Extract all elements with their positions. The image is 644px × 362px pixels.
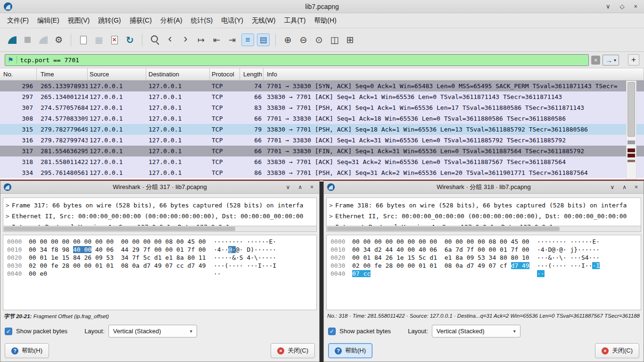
packet-row-316[interactable]: 316279.782799743127.0.0.1127.0.0.1TCP667… — [0, 135, 644, 146]
minimize-icon[interactable]: ∨ — [286, 184, 290, 190]
packet-row-308[interactable]: 308274.577083309127.0.0.1127.0.0.1TCP667… — [0, 113, 644, 124]
packet-detail-tree[interactable]: >Frame 317: 66 bytes on wire (528 bits),… — [3, 197, 317, 226]
close-button[interactable]: × 关闭(C) — [271, 343, 315, 358]
column-header-proto[interactable]: Protocol — [210, 68, 240, 80]
minimize-icon[interactable]: ∨ — [610, 184, 614, 190]
hex-dump[interactable]: 000000 00 00 00 00 00 00 00 00 00 00 00 … — [326, 235, 641, 310]
close-button[interactable]: × 关闭(C) — [595, 343, 639, 358]
maximize-icon[interactable]: ∧ — [622, 184, 627, 190]
packet-row-318[interactable]: 318281.558011422127.0.0.1127.0.0.1TCP663… — [0, 156, 644, 167]
vertical-scrollbar[interactable] — [626, 81, 636, 181]
menu-跳转(G)[interactable]: 跳转(G) — [94, 14, 125, 27]
expander-icon[interactable]: > — [3, 202, 12, 209]
menu-无线(W)[interactable]: 无线(W) — [248, 14, 280, 27]
hex-line[interactable]: 003002 00 fe 28 00 00 01 01 08 0a d7 49 … — [7, 262, 313, 270]
menu-捕获(C)[interactable]: 捕获(C) — [125, 14, 156, 27]
hex-line[interactable]: 004007 cc·· — [330, 270, 637, 278]
titlebar[interactable]: lib7.pcapng ∨ ◇ × — [0, 0, 644, 13]
apply-filter-button[interactable]: → ▾ — [603, 55, 619, 66]
reload-file-icon[interactable]: ↻ — [124, 33, 136, 46]
start-capture-icon[interactable] — [6, 33, 18, 46]
maximize-icon[interactable]: ∧ — [298, 184, 302, 190]
hex-dump[interactable]: 000000 00 00 00 00 00 00 00 00 00 00 00 … — [3, 235, 317, 310]
packet-row-317[interactable]: 317281.554636295127.0.0.1127.0.0.1TCP667… — [0, 146, 644, 156]
hex-line[interactable]: 000000 00 00 00 00 00 00 00 00 00 00 00 … — [330, 238, 637, 246]
add-filter-button[interactable]: + — [628, 54, 639, 66]
scrollbar-thumb[interactable] — [627, 82, 635, 137]
capture-options-icon[interactable]: ⚙ — [52, 33, 65, 46]
zoom-reset-icon[interactable]: ⊙ — [313, 33, 325, 46]
expander-icon[interactable]: > — [327, 202, 335, 209]
zoom-in-icon[interactable]: ⊕ — [281, 33, 294, 46]
tree-item[interactable]: >Frame 317: 66 bytes on wire (528 bits),… — [3, 200, 316, 211]
menu-编辑(E)[interactable]: 编辑(E) — [33, 14, 64, 27]
hex-line[interactable]: 003002 00 fe 28 00 00 01 01 08 0a d7 49 … — [330, 262, 637, 270]
scrollbar-thumb[interactable] — [4, 227, 235, 231]
packet-list[interactable]: 296265.133978931127.0.0.1127.0.0.1TCP747… — [0, 81, 644, 181]
display-filter-input[interactable]: ⚑ tcp.port == 7701 — [5, 54, 589, 66]
go-forward-icon[interactable]: › — [179, 33, 192, 46]
column-prefs-icon[interactable]: ⊞ — [344, 33, 356, 46]
menu-分析(A)[interactable]: 分析(A) — [156, 14, 187, 27]
go-to-packet-icon[interactable]: ↦ — [195, 33, 207, 46]
last-packet-icon[interactable]: ⇥ — [226, 33, 239, 46]
resize-columns-icon[interactable]: ◫ — [328, 33, 341, 46]
menu-统计(S)[interactable]: 统计(S) — [187, 14, 217, 27]
help-button[interactable]: ? 帮助(H) — [5, 343, 49, 358]
expander-icon[interactable]: > — [327, 213, 335, 220]
hex-line[interactable]: 001000 34 d2 44 40 00 40 06 6a 7d 7f 00 … — [330, 246, 637, 254]
hex-line[interactable]: 000000 00 00 00 00 00 00 00 00 00 00 00 … — [7, 238, 313, 246]
open-file-icon[interactable] — [77, 33, 90, 46]
column-header-dest[interactable]: Destination — [146, 68, 210, 80]
tree-item[interactable]: >Internet Protocol Version 4, Src: 127.0… — [3, 222, 316, 226]
close-icon[interactable]: × — [635, 184, 638, 190]
close-icon[interactable]: × — [310, 184, 314, 190]
horizontal-scrollbar[interactable] — [326, 226, 641, 232]
dialog-titlebar[interactable]: Wireshark · 分组 317 · lib7.pcapng ∨ ∧ × — [0, 181, 319, 194]
tree-item[interactable]: >Ethernet II, Src: 00:00:00_00:00:00 (00… — [3, 211, 316, 222]
packet-row-307[interactable]: 307274.577057684127.0.0.1127.0.0.1TCP833… — [0, 102, 644, 113]
column-header-info[interactable]: Info — [264, 68, 644, 80]
packet-row-315[interactable]: 315279.782779649127.0.0.1127.0.0.1TCP793… — [0, 124, 644, 135]
tree-item[interactable]: >Frame 318: 66 bytes on wire (528 bits),… — [327, 200, 641, 211]
menu-工具(T)[interactable]: 工具(T) — [280, 14, 310, 27]
auto-scroll-icon[interactable]: ≡ — [241, 33, 254, 46]
find-packet-icon[interactable] — [148, 33, 161, 46]
show-packet-bytes-checkbox[interactable] — [5, 328, 12, 335]
colorize-packets-icon[interactable]: ▤ — [257, 33, 270, 46]
expander-icon[interactable]: > — [3, 213, 12, 220]
hex-line[interactable]: 002000 01 1e 15 84 26 09 53 34 7f 5c d1 … — [7, 254, 313, 262]
layout-dropdown[interactable]: Vertical (Stacked) ▾ — [432, 325, 520, 337]
first-packet-icon[interactable]: ⇤ — [210, 33, 223, 46]
scrollbar-thumb[interactable] — [327, 227, 560, 231]
bookmark-icon[interactable]: ⚑ — [8, 56, 17, 64]
column-header-len[interactable]: Length — [240, 68, 264, 80]
menu-电话(Y)[interactable]: 电话(Y) — [217, 14, 248, 27]
menu-文件(F)[interactable]: 文件(F) — [3, 14, 33, 27]
zoom-out-icon[interactable]: ⊖ — [297, 33, 310, 46]
horizontal-scrollbar[interactable] — [3, 226, 317, 232]
dialog-titlebar[interactable]: Wireshark · 分组 318 · lib7.pcapng ∨ ∧ × — [324, 181, 644, 194]
minimize-icon[interactable]: ∨ — [606, 3, 611, 10]
close-file-icon[interactable] — [108, 33, 121, 46]
packet-row-334[interactable]: 334295.761480561127.0.0.1127.0.0.1TCP863… — [0, 167, 644, 178]
layout-dropdown[interactable]: Vertical (Stacked) ▾ — [108, 325, 197, 337]
column-header-time[interactable]: Time — [37, 68, 88, 80]
hex-line[interactable]: 002000 01 84 26 1e 15 5c d1 e1 8a 09 53 … — [330, 254, 637, 262]
tree-item[interactable]: >Internet Protocol Version 4, Src: 127.0… — [327, 222, 641, 226]
column-header-source[interactable]: Source — [88, 68, 146, 80]
close-icon[interactable]: × — [634, 3, 637, 10]
hex-line[interactable]: 004000 e0·· — [7, 270, 313, 278]
help-button[interactable]: ? 帮助(H) — [328, 343, 372, 358]
hex-line[interactable]: 001000 34 f8 98 40 00 40 06 44 29 7f 00 … — [7, 246, 313, 254]
go-back-icon[interactable]: ‹ — [164, 33, 176, 46]
show-packet-bytes-checkbox[interactable] — [328, 328, 336, 335]
packet-row-296[interactable]: 296265.133978931127.0.0.1127.0.0.1TCP747… — [0, 81, 644, 91]
column-header-no[interactable]: No. — [0, 68, 37, 80]
packet-detail-tree[interactable]: >Frame 318: 66 bytes on wire (528 bits),… — [326, 197, 641, 226]
tree-item[interactable]: >Ethernet II, Src: 00:00:00_00:00:00 (00… — [327, 211, 641, 222]
menu-视图(V)[interactable]: 视图(V) — [64, 14, 94, 27]
maximize-icon[interactable]: ◇ — [619, 3, 624, 10]
menu-帮助(H)[interactable]: 帮助(H) — [310, 14, 340, 27]
clear-filter-icon[interactable]: × — [591, 56, 600, 65]
